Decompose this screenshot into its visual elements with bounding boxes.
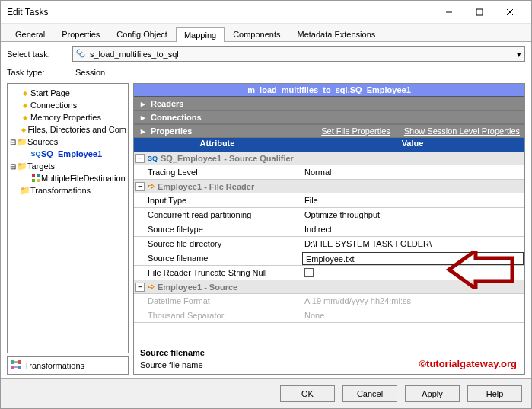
apply-button[interactable]: Apply xyxy=(405,385,460,402)
tree-multifiledest[interactable]: MultipleFileDestination xyxy=(9,172,126,184)
description-panel: Source filename Source file name ©tutori… xyxy=(134,343,524,374)
sq-icon: SQ xyxy=(148,155,158,162)
section-connections[interactable]: ▸Connections xyxy=(134,110,524,124)
collapse-icon[interactable]: ⊟ xyxy=(9,162,17,171)
diamond-icon: ◆ xyxy=(20,114,30,121)
tree-targets[interactable]: ⊟📁Targets xyxy=(9,160,126,172)
svg-rect-6 xyxy=(32,174,35,177)
tree-files[interactable]: ◆Files, Directories and Com xyxy=(9,123,126,136)
maximize-button[interactable] xyxy=(464,2,495,23)
tab-config-object[interactable]: Config Object xyxy=(108,27,176,41)
svg-rect-7 xyxy=(37,174,40,177)
col-value[interactable]: Value xyxy=(301,138,524,152)
svg-rect-10 xyxy=(11,360,14,364)
file-reader-icon: ➪ xyxy=(148,181,155,191)
task-type-value: Session xyxy=(72,66,525,78)
select-task-combo[interactable]: s_load_multifiles_to_sql ▾ xyxy=(72,46,525,62)
object-header: m_load_multifiles_to_sql.SQ_Employee1 xyxy=(134,84,524,97)
collapse-icon[interactable]: ⊟ xyxy=(9,138,17,146)
ok-button[interactable]: OK xyxy=(280,385,335,402)
tabstrip: General Properties Config Object Mapping… xyxy=(1,24,531,42)
folder-icon: 📁 xyxy=(17,137,27,147)
expand-icon[interactable]: ▸ xyxy=(139,113,148,122)
dialog-footer: OK Cancel Apply Help xyxy=(1,378,531,408)
row-datetime-format: Datetime FormatA 19 mm/dd/yyyy hh24:mi:s… xyxy=(134,294,524,308)
folder-icon: 📁 xyxy=(17,161,27,171)
svg-rect-13 xyxy=(18,366,21,369)
close-button[interactable] xyxy=(495,2,525,23)
svg-rect-1 xyxy=(476,9,483,15)
select-task-label: Select task: xyxy=(7,50,68,59)
minimize-button[interactable] xyxy=(434,2,464,23)
col-attribute[interactable]: Attribute xyxy=(134,138,301,152)
checkbox-unchecked[interactable] xyxy=(304,268,314,277)
select-task-row: Select task: s_load_multifiles_to_sql ▾ xyxy=(1,42,531,66)
tree-transformations[interactable]: 📁Transformations xyxy=(9,184,126,197)
task-type-label: Task type: xyxy=(7,68,68,77)
folder-icon: 📁 xyxy=(20,186,30,196)
link-set-file-properties[interactable]: Set File Properties xyxy=(321,126,390,136)
row-concurrent-read[interactable]: Concurrent read partitioningOptimize thr… xyxy=(134,208,524,222)
description-title: Source filename xyxy=(140,348,518,357)
svg-point-5 xyxy=(80,53,84,57)
group-source-qualifier[interactable]: –SQSQ_Employee1 - Source Qualifier xyxy=(134,152,524,165)
help-button[interactable]: Help xyxy=(467,385,522,402)
tab-components[interactable]: Components xyxy=(225,27,288,41)
tree-memory[interactable]: ◆Memory Properties xyxy=(9,111,126,123)
row-tracing-level[interactable]: Tracing LevelNormal xyxy=(134,165,524,180)
grid-body[interactable]: –SQSQ_Employee1 - Source Qualifier Traci… xyxy=(134,152,524,343)
select-task-value: s_load_multifiles_to_sql xyxy=(90,50,179,59)
section-links: Set File Properties Show Session Level P… xyxy=(321,126,520,136)
expand-icon[interactable]: ▸ xyxy=(139,99,148,108)
row-source-filetype[interactable]: Source filetypeIndirect xyxy=(134,222,524,237)
task-type-row: Task type: Session xyxy=(1,66,531,83)
edit-tasks-window: Edit Tasks General Properties Config Obj… xyxy=(0,0,532,409)
row-input-type[interactable]: Input TypeFile xyxy=(134,193,524,208)
group-file-reader[interactable]: –➪Employee1 - File Reader xyxy=(134,180,524,193)
diamond-icon: ◆ xyxy=(20,102,30,109)
window-title: Edit Tasks xyxy=(7,7,434,18)
tree-connections[interactable]: ◆Connections xyxy=(9,99,126,111)
left-bottom-tab-label: Transformations xyxy=(24,361,84,370)
svg-rect-11 xyxy=(18,360,21,364)
row-source-file-directory[interactable]: Source file directoryD:\FILE SYSTEM TASK… xyxy=(134,237,524,251)
right-panel: m_load_multifiles_to_sql.SQ_Employee1 ▸R… xyxy=(133,83,525,375)
description-body: Source file name xyxy=(140,360,518,369)
expand-icon[interactable]: ▸ xyxy=(139,126,148,136)
tab-properties[interactable]: Properties xyxy=(53,27,108,41)
svg-rect-8 xyxy=(32,179,35,182)
tree-start-page[interactable]: ◆Start Page xyxy=(9,87,126,99)
collapse-icon[interactable]: – xyxy=(135,154,145,163)
row-source-filename[interactable]: Source filenameEmployee.txt xyxy=(134,251,524,266)
collapse-icon[interactable]: – xyxy=(135,182,145,191)
content-body: ◆Start Page ◆Connections ◆Memory Propert… xyxy=(1,83,531,378)
titlebar: Edit Tasks xyxy=(1,1,531,24)
section-properties[interactable]: ▸Properties Set File Properties Show Ses… xyxy=(134,124,524,138)
link-show-session-level-properties[interactable]: Show Session Level Properties xyxy=(404,126,520,136)
cancel-button[interactable]: Cancel xyxy=(342,385,397,402)
sq-icon: SQ xyxy=(30,150,41,158)
tab-metadata-extensions[interactable]: Metadata Extensions xyxy=(289,27,384,41)
diamond-icon: ◆ xyxy=(20,90,30,97)
tab-mapping[interactable]: Mapping xyxy=(176,27,225,42)
svg-rect-9 xyxy=(37,179,40,182)
nav-tree[interactable]: ◆Start Page ◆Connections ◆Memory Propert… xyxy=(7,83,129,353)
svg-rect-12 xyxy=(11,366,14,369)
collapse-icon[interactable]: – xyxy=(135,283,145,292)
group-source[interactable]: –➪Employee1 - Source xyxy=(134,280,524,294)
tree-sq-employee1[interactable]: SQSQ_Employee1 xyxy=(9,148,126,160)
tree-sources[interactable]: ⊟📁Sources xyxy=(9,136,126,148)
window-buttons xyxy=(434,2,525,23)
row-truncate-null[interactable]: File Reader Truncate String Null xyxy=(134,266,524,280)
target-icon xyxy=(30,174,41,183)
tab-general[interactable]: General xyxy=(7,27,53,41)
left-bottom-tab[interactable]: Transformations xyxy=(7,356,129,375)
row-thousand-separator: Thousand SeparatorNone xyxy=(134,308,524,323)
grid-header: Attribute Value xyxy=(134,138,524,152)
transformations-icon xyxy=(11,360,21,371)
source-filename-input[interactable]: Employee.txt xyxy=(302,252,524,265)
section-readers[interactable]: ▸Readers xyxy=(134,97,524,110)
session-icon xyxy=(76,49,87,59)
chevron-down-icon: ▾ xyxy=(517,50,521,59)
diamond-icon: ◆ xyxy=(20,126,27,133)
